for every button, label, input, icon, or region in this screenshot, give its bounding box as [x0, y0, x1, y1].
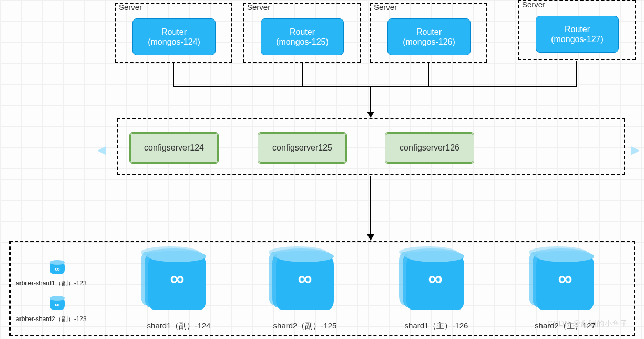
connectors — [0, 0, 644, 339]
